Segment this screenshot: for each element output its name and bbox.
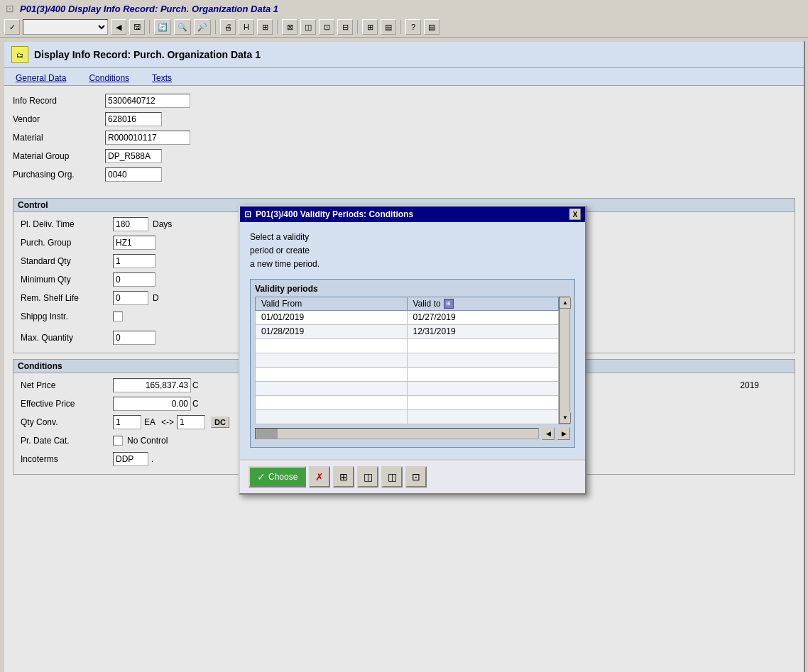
toolbar-btn-12[interactable]: ▤ (381, 19, 396, 35)
toolbar-btn-4[interactable]: 🖨 (220, 19, 236, 35)
toolbar-sep-4 (357, 20, 358, 34)
main-content: 🗂 Display Info Record: Purch. Organizati… (3, 40, 805, 672)
cancel-button[interactable]: ✗ (309, 466, 330, 488)
dialog-body: Select a validity period or create a new… (240, 222, 585, 459)
table-row[interactable] (256, 338, 559, 353)
table-row[interactable]: 01/01/2019 01/27/2019 (256, 310, 559, 324)
action-icon-1: ⊞ (339, 471, 348, 483)
dialog-message: Select a validity period or create a new… (250, 231, 575, 272)
toolbar-btn-8[interactable]: ◫ (300, 19, 316, 35)
title-bar: ⊡ P01(3)/400 Display Info Record: Purch.… (0, 0, 808, 17)
dialog-title-text: ⊡ P01(3)/400 Validity Periods: Condition… (244, 209, 413, 219)
toolbar-sep-3 (277, 20, 278, 34)
toolbar-back-btn[interactable]: ◀ (111, 19, 126, 35)
nav-arrow-right[interactable]: ▶ (557, 427, 570, 440)
cell-valid-from-3 (256, 338, 408, 353)
toolbar-btn-3[interactable]: 🔎 (194, 19, 211, 35)
cell-valid-to-4 (407, 353, 559, 367)
toolbar-save-btn[interactable]: 🖫 (129, 19, 145, 35)
validity-scrollbar: ▲ ▼ (559, 297, 570, 424)
cell-valid-from-1: 01/01/2019 (256, 310, 408, 324)
cell-valid-to-7 (407, 395, 559, 409)
nav-scrollbar[interactable] (255, 428, 539, 439)
action-btn-4[interactable]: ⊡ (405, 466, 427, 488)
toolbar-btn-5[interactable]: H (239, 19, 254, 35)
table-row[interactable] (256, 395, 559, 409)
col-valid-to: Valid to ⊞ (407, 297, 559, 310)
toolbar-btn-6[interactable]: ⊞ (257, 19, 273, 35)
toolbar-btn-10[interactable]: ⊟ (337, 19, 353, 35)
toolbar-btn-2[interactable]: 🔍 (174, 19, 191, 35)
toolbar-btn-11[interactable]: ⊞ (362, 19, 378, 35)
action-btn-2[interactable]: ◫ (357, 466, 378, 488)
scroll-up-arrow[interactable]: ▲ (559, 297, 571, 309)
cell-valid-to-3 (407, 338, 559, 353)
toolbar-sep-5 (400, 20, 401, 34)
validity-section: Validity periods Valid From (250, 279, 575, 448)
toolbar-check-btn[interactable]: ✓ (4, 19, 20, 35)
toolbar-sep-1 (149, 20, 150, 34)
cell-valid-to-8 (407, 409, 559, 424)
toolbar-btn-13[interactable]: ▤ (424, 19, 440, 35)
choose-label: Choose (268, 472, 297, 482)
table-row[interactable]: 01/28/2019 12/31/2019 (256, 324, 559, 338)
cell-valid-from-4 (256, 353, 408, 367)
validity-table-wrapper: Valid From Valid to ⊞ (255, 297, 570, 424)
action-icon-3: ◫ (388, 471, 397, 483)
action-btn-1[interactable]: ⊞ (333, 466, 354, 488)
validity-dialog: ⊡ P01(3)/400 Validity Periods: Condition… (239, 205, 586, 495)
dialog-nav: ◀ ▶ (255, 424, 570, 443)
action-icon-4: ⊡ (412, 471, 420, 483)
dialog-actions: ✓ Choose ✗ ⊞ ◫ ◫ ⊡ (240, 459, 585, 493)
col-settings-icon[interactable]: ⊞ (444, 299, 454, 309)
dialog-titlebar: ⊡ P01(3)/400 Validity Periods: Condition… (240, 206, 585, 222)
choose-icon: ✓ (257, 471, 266, 483)
dialog-title-icon: ⊡ (244, 209, 251, 219)
validity-table: Valid From Valid to ⊞ (255, 297, 559, 424)
nav-scroll-inner (256, 429, 278, 439)
cancel-icon: ✗ (315, 471, 324, 483)
title-bar-text: P01(3)/400 Display Info Record: Purch. O… (20, 4, 278, 14)
toolbar: ✓ ◀ 🖫 🔄 🔍 🔎 🖨 H ⊞ ⊠ ◫ ⊡ ⊟ ⊞ ▤ ? ▤ (0, 17, 808, 38)
cell-valid-from-8 (256, 409, 408, 424)
title-bar-icon: ⊡ (6, 3, 14, 14)
col-valid-from: Valid From (256, 297, 408, 310)
toolbar-sep-2 (215, 20, 216, 34)
table-row[interactable] (256, 409, 559, 424)
dialog-msg-line1: Select a validity (250, 232, 309, 242)
toolbar-help-btn[interactable]: ? (405, 19, 421, 35)
table-row[interactable] (256, 353, 559, 367)
action-btn-3[interactable]: ◫ (381, 466, 403, 488)
dialog-title: P01(3)/400 Validity Periods: Conditions (256, 209, 413, 219)
table-row[interactable] (256, 381, 559, 395)
action-icon-2: ◫ (364, 471, 373, 483)
cell-valid-to-6 (407, 381, 559, 395)
scroll-down-arrow[interactable]: ▼ (559, 412, 571, 424)
cell-valid-from-2: 01/28/2019 (256, 324, 408, 338)
toolbar-btn-7[interactable]: ⊠ (282, 19, 297, 35)
validity-section-title: Validity periods (255, 284, 570, 294)
dialog-msg-line3: a new time period. (250, 259, 320, 269)
dialog-msg-line2: period or create (250, 246, 310, 255)
toolbar-select[interactable] (23, 19, 108, 35)
cell-valid-to-1: 01/27/2019 (407, 310, 559, 324)
cell-valid-from-7 (256, 395, 408, 409)
cell-valid-from-6 (256, 381, 408, 395)
cell-valid-to-2: 12/31/2019 (407, 324, 559, 338)
nav-arrow-left[interactable]: ◀ (542, 427, 555, 440)
table-row[interactable] (256, 367, 559, 381)
modal-overlay: ⊡ P01(3)/400 Validity Periods: Condition… (4, 42, 804, 672)
choose-button[interactable]: ✓ Choose (249, 466, 306, 488)
toolbar-btn-1[interactable]: 🔄 (154, 19, 171, 35)
toolbar-btn-9[interactable]: ⊡ (319, 19, 334, 35)
dialog-close-btn[interactable]: X (569, 209, 581, 220)
cell-valid-to-5 (407, 367, 559, 381)
cell-valid-from-5 (256, 367, 408, 381)
